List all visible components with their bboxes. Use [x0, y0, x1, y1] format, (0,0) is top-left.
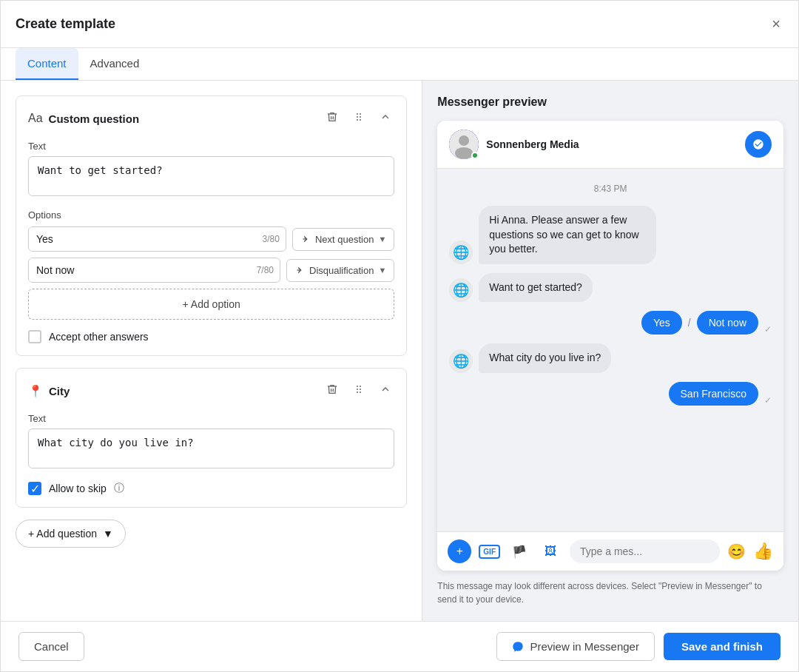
option-1-action-label: Next question — [315, 234, 374, 245]
accept-answers-row: Accept other answers — [28, 330, 394, 343]
reply-separator: / — [688, 317, 691, 329]
svg-point-13 — [360, 392, 361, 393]
svg-point-15 — [459, 135, 469, 146]
q2-bubble: What city do you live in? — [479, 343, 611, 373]
seen-icon-2: ✓ — [764, 395, 772, 406]
preview-title: Messenger preview — [437, 95, 783, 109]
add-question-arrow: ▼ — [103, 528, 113, 540]
option-1-input[interactable] — [29, 227, 257, 251]
bot-avatar-3: 🌐 — [449, 349, 473, 373]
option-1-action[interactable]: Next question ▼ — [292, 228, 394, 251]
left-panel: Aa Custom question — [1, 81, 422, 621]
svg-point-10 — [357, 389, 358, 390]
option-2-dropdown-arrow: ▼ — [378, 266, 386, 275]
q2-answer-row: San Francisco ✓ — [449, 382, 772, 406]
option-2-count: 7/80 — [251, 265, 280, 275]
custom-question-icon: Aa — [28, 112, 43, 125]
q2-message-row: 🌐 What city do you live in? — [449, 343, 772, 373]
svg-point-16 — [455, 147, 473, 159]
cancel-button[interactable]: Cancel — [18, 632, 84, 661]
quick-replies: Yes / Not now ✓ — [449, 311, 772, 335]
option-2-action[interactable]: Disqualification ▼ — [286, 259, 394, 282]
bot-avatar-1: 🌐 — [449, 241, 473, 264]
intro-bubble: Hi Anna. Please answer a few questions s… — [479, 206, 656, 264]
add-question-button[interactable]: + Add question ▼ — [16, 520, 126, 548]
messenger-window: Sonnenberg Media 8:43 PM 🌐 Hi Anna. Plea… — [437, 121, 783, 571]
custom-question-title: Custom question — [49, 112, 140, 125]
svg-point-0 — [357, 113, 358, 115]
sticker-icon[interactable]: 🏴 — [508, 540, 531, 563]
svg-point-12 — [357, 392, 358, 393]
yes-button[interactable]: Yes — [641, 311, 682, 335]
right-panel: Messenger preview Sonnenberg Media — [422, 81, 798, 621]
svg-point-11 — [360, 389, 361, 390]
svg-point-4 — [357, 119, 358, 121]
delete-city-button[interactable] — [323, 380, 341, 401]
message-timestamp: 8:43 PM — [449, 184, 772, 194]
city-question-card: 📍 City Text — [16, 368, 407, 508]
gif-button[interactable]: GIF — [479, 545, 500, 559]
save-finish-button[interactable]: Save and finish — [664, 633, 781, 660]
option-1-dropdown-arrow: ▼ — [378, 235, 386, 243]
online-indicator — [471, 152, 479, 159]
drag-handle-button[interactable] — [350, 108, 368, 129]
city-icon: 📍 — [28, 384, 43, 398]
profile-name: Sonnenberg Media — [486, 138, 579, 150]
modal-title: Create template — [16, 16, 115, 32]
svg-point-3 — [360, 116, 361, 118]
q1-message-row: 🌐 Want to get started? — [449, 273, 772, 303]
allow-skip-checkbox[interactable]: ✓ — [28, 482, 41, 495]
bot-avatar-2: 🌐 — [449, 278, 473, 302]
not-now-button[interactable]: Not now — [697, 311, 758, 335]
messenger-input-area: + GIF 🏴 🖼 😊 👍 — [437, 531, 783, 571]
preview-messenger-label: Preview in Messenger — [530, 640, 639, 653]
tab-bar: Content Advanced — [1, 48, 798, 81]
delete-question-button[interactable] — [323, 108, 341, 129]
q1-bubble: Want to get started? — [479, 273, 593, 303]
add-question-label: + Add question — [28, 528, 97, 540]
custom-question-card: Aa Custom question — [16, 95, 407, 356]
drag-handle-city-button[interactable] — [350, 380, 368, 401]
messenger-messages: 8:43 PM 🌐 Hi Anna. Please answer a few q… — [437, 169, 783, 531]
option-2-input[interactable] — [29, 258, 251, 282]
add-option-button[interactable]: + Add option — [28, 289, 394, 320]
question-text-input[interactable] — [28, 156, 394, 196]
accept-answers-label: Accept other answers — [49, 331, 149, 343]
modal-footer: Cancel Preview in Messenger Save and fin… — [1, 621, 798, 671]
city-text-label: Text — [28, 413, 394, 424]
san-francisco-button[interactable]: San Francisco — [669, 382, 758, 406]
add-icon[interactable]: + — [448, 540, 471, 563]
svg-point-1 — [360, 113, 361, 115]
preview-note: This message may look different across d… — [437, 579, 783, 606]
option-row-1: 3/80 Next question ▼ — [28, 226, 394, 252]
text-field-label: Text — [28, 141, 394, 152]
collapse-city-button[interactable] — [377, 380, 394, 401]
city-title: City — [49, 385, 70, 397]
option-row-2: 7/80 Disqualification ▼ — [28, 258, 394, 283]
image-icon[interactable]: 🖼 — [539, 540, 562, 563]
messenger-action-button[interactable] — [745, 131, 772, 158]
close-button[interactable]: × — [769, 13, 783, 36]
city-text-input[interactable]: What city do you live in? — [28, 429, 394, 468]
option-2-action-label: Disqualification — [309, 265, 374, 276]
svg-point-5 — [360, 119, 361, 121]
tab-advanced[interactable]: Advanced — [78, 48, 152, 80]
allow-skip-row: ✓ Allow to skip ⓘ — [28, 482, 394, 495]
seen-icon: ✓ — [764, 324, 772, 335]
svg-point-2 — [357, 116, 358, 118]
messenger-header: Sonnenberg Media — [437, 121, 783, 169]
info-icon: ⓘ — [114, 482, 124, 495]
collapse-button[interactable] — [377, 108, 394, 129]
intro-message-row: 🌐 Hi Anna. Please answer a few questions… — [449, 206, 772, 264]
like-button[interactable]: 👍 — [753, 542, 773, 561]
messenger-text-input[interactable] — [570, 540, 720, 563]
svg-point-8 — [357, 386, 358, 387]
preview-messenger-button[interactable]: Preview in Messenger — [496, 632, 655, 661]
emoji-button[interactable]: 😊 — [727, 542, 746, 560]
option-1-count: 3/80 — [257, 234, 286, 244]
accept-answers-checkbox[interactable] — [28, 330, 41, 343]
options-label: Options — [28, 209, 394, 221]
tab-content[interactable]: Content — [16, 48, 78, 80]
svg-point-9 — [360, 386, 361, 387]
allow-skip-label: Allow to skip — [49, 483, 107, 494]
